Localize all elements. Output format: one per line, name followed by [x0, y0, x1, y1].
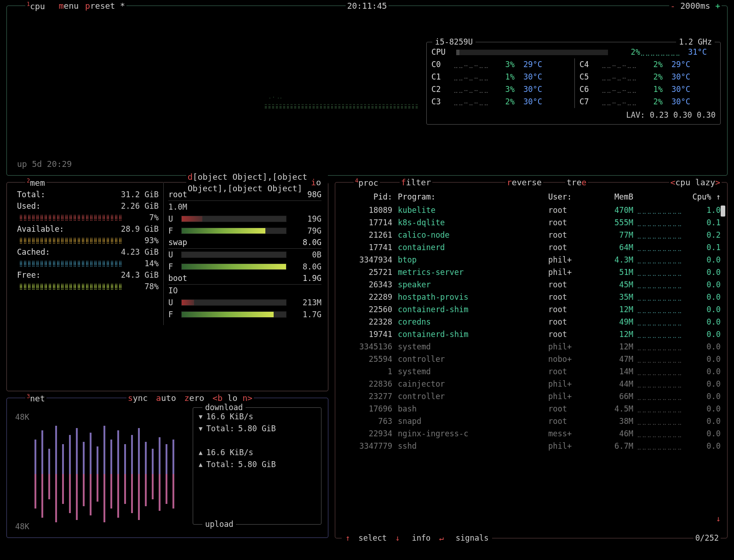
- proc-info[interactable]: info ↵: [408, 533, 447, 543]
- cpu-overall-bar: [456, 50, 608, 55]
- svg-rect-7: [83, 442, 85, 474]
- disk-bar-row: F8.0G: [168, 261, 321, 273]
- disk-bar-row: F79G: [168, 225, 321, 237]
- proc-row[interactable]: 25594 controller nobo+ 47M ⣀⣀⣀⣀⣀⣀⣀⣀⣀ 0.0: [342, 353, 721, 366]
- proc-row[interactable]: 22560 containerd-shim root 12M ⣀⣀⣀⣀⣀⣀⣀⣀⣀…: [342, 303, 721, 316]
- proc-tab[interactable]: proc: [358, 178, 378, 188]
- svg-rect-27: [76, 474, 78, 520]
- disk-bar-row: U0B: [168, 249, 321, 261]
- proc-row[interactable]: 22289 hostpath-provis root 35M ⣀⣀⣀⣀⣀⣀⣀⣀⣀…: [342, 291, 721, 303]
- svg-rect-34: [124, 474, 126, 504]
- svg-rect-11: [110, 440, 112, 474]
- proc-row[interactable]: 17696 bash root 4.5M ⣀⣀⣀⣀⣀⣀⣀⣀⣀ 0.0: [342, 403, 721, 415]
- proc-row[interactable]: 3345136 systemd phil+ 12M ⣀⣀⣀⣀⣀⣀⣀⣀⣀ 0.0: [342, 341, 721, 353]
- svg-rect-25: [62, 474, 64, 504]
- cpu-freq: 1.2 GHz: [676, 37, 715, 47]
- proc-row[interactable]: 22934 nginx-ingress-c mess+ 46M ⣀⣀⣀⣀⣀⣀⣀⣀…: [342, 428, 721, 440]
- svg-rect-21: [34, 474, 36, 509]
- proc-sort[interactable]: < cpu lazy >: [669, 177, 722, 188]
- uptime: up 5d 20:29: [17, 159, 72, 170]
- svg-rect-6: [76, 428, 78, 474]
- mem-panel: 2mem d[object Object],[object Object],[o…: [6, 182, 328, 391]
- net-stats-box: download ▼16.6 KiB/s ▼Total: 5.80 GiB ▲1…: [193, 407, 321, 525]
- proc-row[interactable]: 17714 k8s-dqlite root 555M ⣀⣀⣀⣀⣀⣀⣀⣀⣀ 0.1: [342, 217, 721, 229]
- svg-rect-0: [34, 440, 36, 474]
- svg-rect-15: [138, 428, 140, 474]
- proc-row[interactable]: 26343 speaker root 45M ⣀⣀⣀⣀⣀⣀⣀⣀⣀ 0.0: [342, 279, 721, 291]
- disk-header: root98G: [168, 189, 321, 201]
- proc-row[interactable]: 19741 containerd-shim root 12M ⣀⣀⣀⣀⣀⣀⣀⣀⣀…: [342, 328, 721, 341]
- proc-row[interactable]: 21261 calico-node root 77M ⣀⣀⣀⣀⣀⣀⣀⣀⣀ 0.2: [342, 229, 721, 241]
- preset-tab[interactable]: preset *: [85, 0, 125, 12]
- down-arrow-icon: ▼: [199, 412, 202, 421]
- svg-rect-14: [131, 435, 133, 474]
- load-average: LAV: 0.23 0.30 0.30: [431, 108, 716, 120]
- svg-rect-9: [97, 446, 98, 474]
- disk-header: swap8.0G: [168, 237, 321, 249]
- svg-rect-8: [90, 433, 92, 474]
- proc-filter[interactable]: ilter: [406, 177, 431, 187]
- svg-rect-24: [55, 474, 57, 522]
- cpu-panel: 1cpu menu preset * 20:11:45 - 2000ms + ⠄…: [6, 6, 728, 176]
- rate-plus[interactable]: +: [715, 0, 720, 11]
- proc-row[interactable]: 1 systemd root 14M ⣀⣀⣀⣀⣀⣀⣀⣀⣀ 0.0: [342, 366, 721, 378]
- scroll-down-icon[interactable]: ↓: [716, 514, 721, 524]
- proc-row[interactable]: 17741 containerd root 64M ⣀⣀⣀⣀⣀⣀⣀⣀⣀ 0.1: [342, 241, 721, 254]
- cpu-core-row: C3 ⣀⣀⠤⣀⠤⣀⣀ 2% 30°C: [431, 96, 573, 108]
- svg-rect-37: [145, 474, 147, 506]
- cpu-detail-box: i5-8259U 1.2 GHz CPU 2% ⣀⣀⣀⣀⣀⣀⣀⣀⣀⣀ 31°C …: [426, 42, 721, 125]
- proc-row[interactable]: 3347934 btop phil+ 4.3M ⣀⣀⣀⣀⣀⣀⣀⣀⣀ 0.0: [342, 254, 721, 266]
- svg-rect-39: [159, 474, 161, 511]
- svg-rect-29: [90, 474, 92, 515]
- cpu-core-row: C0 ⣀⣀⠤⣀⠤⣀⣀ 3% 29°C: [431, 58, 573, 71]
- disk-bar-row: F1.7G: [168, 309, 321, 320]
- cpu-core-row: C5 ⣀⣀⠤⣀⠤⣀⣀ 2% 30°C: [579, 71, 716, 83]
- cpu-core-row: C1 ⣀⣀⠤⣀⠤⣀⣀ 1% 30°C: [431, 71, 573, 83]
- mem-row: Available:28.9 GiB: [17, 223, 159, 235]
- svg-rect-41: [172, 474, 174, 509]
- svg-rect-2: [48, 449, 50, 474]
- proc-row[interactable]: 22328 coredns root 49M ⣀⣀⣀⣀⣀⣀⣀⣀⣀ 0.0: [342, 316, 721, 328]
- svg-rect-17: [152, 449, 154, 474]
- svg-rect-12: [117, 430, 119, 474]
- proc-row[interactable]: 22836 cainjector phil+ 44M ⣀⣀⣀⣀⣀⣀⣀⣀⣀ 0.0: [342, 378, 721, 390]
- update-rate: 2000ms: [680, 0, 710, 11]
- cpu-core-row: C7 ⣀⣀⠤⣀⠤⣀⣀ 2% 30°C: [579, 96, 716, 108]
- disk-bar-row: U19G: [168, 213, 321, 225]
- svg-rect-40: [166, 474, 167, 504]
- mem-row: Used:2.26 GiB: [17, 200, 159, 212]
- svg-rect-13: [124, 444, 126, 474]
- svg-rect-18: [159, 437, 161, 474]
- mem-row: Free:24.3 GiB: [17, 269, 159, 281]
- cpu-core-row: C6 ⣀⣀⠤⣀⠤⣀⣀ 1% 30°C: [579, 83, 716, 96]
- svg-rect-32: [110, 474, 112, 509]
- mem-row: Cached:4.23 GiB: [17, 246, 159, 258]
- cpu-tab[interactable]: 1cpu: [27, 0, 45, 12]
- proc-select[interactable]: ↑ select ↓: [342, 533, 403, 543]
- rate-minus[interactable]: -: [671, 0, 676, 11]
- mem-tab[interactable]: mem: [30, 178, 45, 188]
- proc-row[interactable]: 3347779 sshd phil+ 6.7M ⣀⣀⣀⣀⣀⣀⣀⣀⣀ 0.0: [342, 440, 721, 452]
- svg-rect-38: [152, 474, 154, 499]
- svg-rect-3: [55, 426, 57, 474]
- svg-rect-16: [145, 442, 147, 474]
- proc-signals[interactable]: signals: [452, 533, 493, 543]
- proc-position: 0/252: [694, 533, 721, 543]
- svg-rect-33: [117, 474, 119, 518]
- proc-reverse[interactable]: everse: [512, 177, 542, 187]
- disk-bar-row: U213M: [168, 297, 321, 309]
- svg-rect-35: [131, 474, 133, 513]
- svg-rect-36: [138, 474, 140, 520]
- proc-row[interactable]: 763 snapd root 38M ⣀⣀⣀⣀⣀⣀⣀⣀⣀ 0.0: [342, 415, 721, 428]
- proc-row[interactable]: 25721 metrics-server phil+ 51M ⣀⣀⣀⣀⣀⣀⣀⣀⣀…: [342, 266, 721, 279]
- proc-row[interactable]: 18089 kubelite root 470M ⣀⣀⣀⣀⣀⣀⣀⣀⣀ 1.0: [342, 204, 721, 217]
- svg-rect-30: [97, 474, 98, 502]
- proc-tree[interactable]: e: [582, 177, 587, 187]
- proc-row[interactable]: 23277 controller phil+ 66M ⣀⣀⣀⣀⣀⣀⣀⣀⣀ 0.0: [342, 390, 721, 403]
- disk-io-row: IO: [168, 285, 321, 297]
- cpu-graph: ⠄⠂⠠⠄ ⣀⣀⣀⣀⣀⣀⣀⣀⣀⣀⣀⣀⣀⣀⣀⣀⣀⣀⣀⣀⣀⣀⣀⣀⣀⣀⣀⣀⣀⣀⣀⣀⣀⣀⣀…: [21, 96, 419, 114]
- proc-scrollbar[interactable]: [721, 206, 725, 217]
- disk-io-row: 1.0M: [168, 201, 321, 213]
- menu-tab[interactable]: menu: [59, 0, 79, 12]
- clock: 20:11:45: [346, 0, 389, 11]
